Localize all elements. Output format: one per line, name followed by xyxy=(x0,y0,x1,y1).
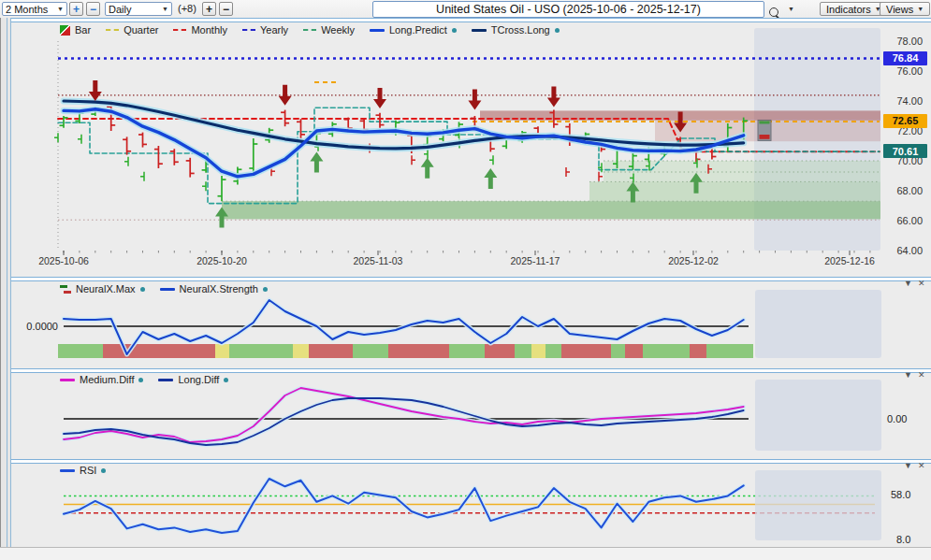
neuralx-max-segment xyxy=(706,344,753,358)
neuralx-max-segment xyxy=(58,344,103,358)
price-badge: 76.84 xyxy=(883,51,927,65)
price-tick-label: 68.00 xyxy=(885,185,923,196)
neuralx-max-segment xyxy=(485,344,515,358)
neuralx-max-icon xyxy=(60,285,71,294)
price-tick-label: 64.00 xyxy=(885,245,923,256)
neuralx-zero-label: 0.0000 xyxy=(22,321,58,332)
ohlc-bar xyxy=(138,133,147,148)
ohlc-bar xyxy=(376,113,385,128)
diff-legend: Medium.DiffLong.Diff xyxy=(60,373,228,386)
price-tick-label: 76.00 xyxy=(885,65,923,77)
close-icon[interactable]: ✕ xyxy=(918,461,925,470)
ohlc-bar xyxy=(218,176,226,201)
price-tick-label: 78.00 xyxy=(885,36,923,47)
neuralx-max-segment xyxy=(229,344,293,358)
dashed-line-icon xyxy=(106,29,119,31)
legend-item-medium-diff[interactable]: Medium.Diff xyxy=(60,374,143,385)
collapse-icon[interactable]: ▼ xyxy=(904,370,912,380)
legend-label: Long.Diff xyxy=(178,374,219,385)
neuralx-max-segment xyxy=(449,344,485,358)
legend-label: Yearly xyxy=(260,24,288,36)
collapse-icon[interactable]: ▼ xyxy=(904,279,912,288)
date-tick-label: 2025-12-16 xyxy=(812,255,887,266)
legend-item-yearly[interactable]: Yearly xyxy=(242,24,288,36)
legend-item-bar[interactable]: Bar xyxy=(60,24,91,36)
info-dot-icon[interactable] xyxy=(140,287,145,292)
neuralx-max-segment xyxy=(625,344,643,358)
neuralx-max-segment xyxy=(515,344,531,358)
buy-arrow-icon xyxy=(484,168,497,189)
line-series-icon xyxy=(160,288,175,291)
neuralx-max-segment xyxy=(353,344,388,358)
legend-item-quarter[interactable]: Quarter xyxy=(106,24,158,36)
diff-zero-label: 0.00 xyxy=(887,413,907,424)
info-dot-icon[interactable] xyxy=(138,378,143,382)
line-series-icon xyxy=(158,379,173,381)
neuralx-max-segment xyxy=(611,344,625,358)
legend-label: Medium.Diff xyxy=(80,374,134,385)
legend-label: Long.Predict xyxy=(389,24,447,36)
main-chart-legend: BarQuarterMonthlyYearlyWeeklyLong.Predic… xyxy=(60,23,560,36)
legend-label: NeuralX.Max xyxy=(76,283,136,294)
sell-arrow-icon xyxy=(89,80,102,101)
dashed-line-icon xyxy=(173,29,186,31)
legend-label: Quarter xyxy=(124,24,158,36)
neuralx-max-segment xyxy=(309,344,353,358)
ohlc-bar xyxy=(170,149,179,165)
neuralx-max-segment xyxy=(215,344,229,358)
date-tick-label: 2025-11-03 xyxy=(341,255,415,266)
neuralx-max-segment xyxy=(643,344,690,358)
line-series-icon xyxy=(60,379,75,381)
price-tick-label: 66.00 xyxy=(885,215,923,226)
sell-arrow-icon xyxy=(279,85,292,106)
close-icon[interactable]: ✕ xyxy=(918,279,925,288)
date-tick-label: 2025-10-20 xyxy=(184,255,259,266)
legend-label: Monthly xyxy=(191,24,227,36)
price-badge: 70.61 xyxy=(883,144,927,158)
info-dot-icon[interactable] xyxy=(101,468,106,473)
legend-item-neuralx-max[interactable]: NeuralX.Max xyxy=(60,283,145,294)
neuralx-max-segment xyxy=(531,344,546,358)
line-series-icon xyxy=(472,29,487,32)
ohlc-bar xyxy=(123,136,131,154)
legend-item-tcross-long[interactable]: TCross.Long xyxy=(472,24,560,36)
neuralx-max-segment xyxy=(546,344,561,358)
date-tick-label: 2025-10-06 xyxy=(26,255,101,266)
rsi-legend: RSI xyxy=(60,464,106,477)
legend-item-long-predict[interactable]: Long.Predict xyxy=(370,24,457,36)
price-tick-label: 74.00 xyxy=(885,95,923,107)
legend-item-neuralx-strength[interactable]: NeuralX.Strength xyxy=(160,283,268,294)
neuralx-max-segment xyxy=(561,344,611,358)
neuralx-max-segment xyxy=(293,344,309,358)
dashed-line-icon xyxy=(303,29,316,31)
info-dot-icon[interactable] xyxy=(555,28,560,33)
legend-item-weekly[interactable]: Weekly xyxy=(303,24,355,36)
buy-arrow-icon xyxy=(310,151,323,172)
info-dot-icon[interactable] xyxy=(263,287,268,292)
bottom-scrollbar[interactable]: + ◀ ■ ▶ + xyxy=(0,547,931,560)
sell-arrow-icon xyxy=(547,86,560,107)
ohlc-bar xyxy=(154,146,163,168)
chart-canvas xyxy=(0,0,931,560)
rsi-axis-label-58: 58.0 xyxy=(891,489,910,500)
date-tick-label: 2025-12-02 xyxy=(656,255,731,266)
ohlc-bar xyxy=(186,158,195,178)
legend-label: Weekly xyxy=(321,24,355,36)
legend-item-monthly[interactable]: Monthly xyxy=(173,24,227,36)
info-dot-icon[interactable] xyxy=(224,378,228,382)
legend-label: Bar xyxy=(75,24,91,36)
legend-item-rsi[interactable]: RSI xyxy=(60,465,106,476)
legend-label: NeuralX.Strength xyxy=(180,283,258,294)
legend-label: RSI xyxy=(80,465,96,476)
neuralx-legend: NeuralX.MaxNeuralX.Strength xyxy=(60,282,268,295)
legend-item-long-diff[interactable]: Long.Diff xyxy=(158,374,228,385)
ohlc-bar xyxy=(297,119,305,138)
close-icon[interactable]: ✕ xyxy=(918,370,925,380)
date-tick-label: 2025-11-17 xyxy=(498,255,573,266)
dashed-line-icon xyxy=(242,29,255,31)
buy-arrow-icon xyxy=(421,158,434,179)
sell-arrow-icon xyxy=(373,88,386,108)
collapse-icon[interactable]: ▼ xyxy=(904,461,912,470)
info-dot-icon[interactable] xyxy=(452,28,457,33)
bar-series-icon xyxy=(60,25,70,36)
